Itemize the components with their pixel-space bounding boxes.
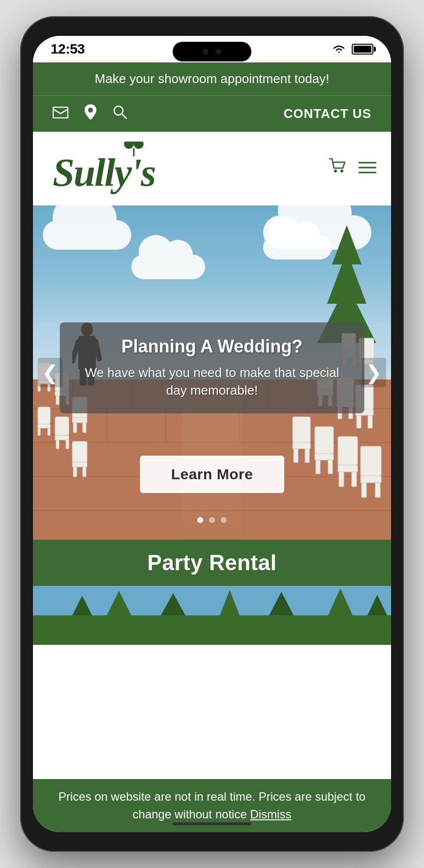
svg-rect-87 bbox=[352, 472, 357, 487]
status-time: 12:53 bbox=[51, 41, 85, 57]
slider-arrow-left[interactable]: ❮ bbox=[38, 358, 62, 387]
top-banner-text: Make your showroom appointment today! bbox=[95, 71, 330, 86]
home-indicator bbox=[173, 822, 251, 825]
hero-slider: Planning A Wedding? We have what you nee… bbox=[33, 205, 391, 540]
svg-rect-82 bbox=[316, 460, 320, 474]
nav-icons bbox=[53, 104, 127, 124]
phone-screen: 12:53 Make your showroom appointment tod… bbox=[33, 36, 391, 832]
phone-outer: 12:53 Make your showroom appointment tod… bbox=[20, 16, 404, 852]
svg-rect-44 bbox=[55, 417, 69, 435]
svg-rect-53 bbox=[72, 462, 87, 467]
battery-fill bbox=[354, 46, 371, 53]
contact-us-button[interactable]: CONTACT US bbox=[283, 106, 371, 121]
svg-rect-79 bbox=[305, 449, 309, 463]
battery-icon bbox=[352, 44, 373, 55]
svg-rect-46 bbox=[56, 440, 59, 449]
svg-rect-75 bbox=[368, 415, 372, 428]
svg-rect-88 bbox=[361, 446, 381, 476]
party-rental-title: Party Rental bbox=[148, 550, 277, 575]
svg-rect-78 bbox=[294, 449, 298, 463]
svg-rect-41 bbox=[38, 424, 50, 428]
svg-rect-91 bbox=[375, 483, 380, 497]
party-rental-section: Party Rental bbox=[33, 540, 391, 645]
island-dot-right bbox=[216, 49, 221, 54]
svg-point-5 bbox=[124, 142, 134, 149]
svg-rect-85 bbox=[338, 465, 358, 472]
svg-point-1 bbox=[88, 108, 93, 113]
svg-rect-52 bbox=[72, 441, 87, 462]
svg-rect-83 bbox=[328, 460, 333, 474]
svg-rect-51 bbox=[83, 423, 86, 433]
search-icon[interactable] bbox=[113, 105, 127, 123]
hero-overlay: Planning A Wedding? We have what you nee… bbox=[60, 322, 364, 413]
svg-rect-80 bbox=[315, 427, 333, 454]
svg-rect-54 bbox=[73, 467, 77, 477]
svg-rect-42 bbox=[38, 428, 40, 435]
island-dot-left bbox=[203, 49, 208, 54]
svg-rect-84 bbox=[338, 436, 358, 465]
logo-container: Sully's bbox=[48, 142, 176, 196]
slider-dot-2[interactable] bbox=[209, 517, 215, 523]
svg-rect-99 bbox=[33, 615, 391, 645]
status-icons bbox=[332, 44, 373, 55]
email-icon[interactable] bbox=[53, 106, 68, 122]
svg-rect-49 bbox=[72, 418, 87, 423]
hero-subtitle: We have what you need to make that speci… bbox=[75, 364, 350, 400]
header: Sully's bbox=[33, 132, 391, 205]
cart-icon[interactable] bbox=[329, 158, 347, 179]
hero-title: Planning A Wedding? bbox=[75, 336, 350, 357]
svg-point-6 bbox=[134, 142, 144, 149]
svg-rect-43 bbox=[48, 428, 50, 435]
nav-bar: CONTACT US bbox=[33, 95, 391, 132]
svg-text:Sully's: Sully's bbox=[53, 151, 155, 194]
slider-dot-1[interactable] bbox=[197, 517, 203, 523]
svg-rect-40 bbox=[38, 407, 50, 424]
cloud-1 bbox=[43, 220, 131, 250]
phone-frame: 12:53 Make your showroom appointment tod… bbox=[0, 0, 424, 868]
cloud-3 bbox=[131, 255, 205, 279]
svg-point-9 bbox=[334, 170, 337, 173]
header-actions bbox=[329, 158, 376, 179]
party-rental-image bbox=[33, 586, 391, 645]
wifi-icon bbox=[332, 44, 346, 54]
svg-rect-50 bbox=[73, 423, 77, 433]
svg-rect-86 bbox=[339, 472, 344, 487]
dismiss-link[interactable]: Dismiss bbox=[250, 808, 291, 821]
svg-rect-81 bbox=[315, 454, 333, 460]
svg-rect-74 bbox=[357, 415, 361, 428]
slider-arrow-right[interactable]: ❯ bbox=[362, 358, 386, 387]
svg-rect-0 bbox=[53, 107, 68, 118]
svg-line-3 bbox=[122, 114, 126, 118]
status-bar: 12:53 bbox=[33, 36, 391, 62]
party-rental-header: Party Rental bbox=[33, 540, 391, 586]
party-scene bbox=[33, 586, 391, 645]
learn-more-button[interactable]: Learn More bbox=[140, 456, 284, 493]
logo-svg: Sully's bbox=[48, 142, 176, 196]
svg-point-10 bbox=[340, 170, 343, 173]
svg-rect-45 bbox=[55, 435, 69, 440]
svg-rect-77 bbox=[293, 442, 310, 449]
notice-text: Prices on website are not in real time. … bbox=[59, 790, 365, 821]
slider-dots bbox=[197, 517, 227, 523]
dynamic-island bbox=[173, 42, 251, 61]
svg-rect-55 bbox=[83, 467, 86, 477]
top-banner: Make your showroom appointment today! bbox=[33, 62, 391, 95]
svg-rect-89 bbox=[361, 476, 381, 483]
slider-dot-3[interactable] bbox=[221, 517, 227, 523]
svg-rect-76 bbox=[293, 417, 310, 442]
svg-rect-47 bbox=[66, 440, 69, 449]
svg-rect-90 bbox=[362, 483, 366, 497]
location-icon[interactable] bbox=[84, 104, 97, 124]
svg-rect-38 bbox=[56, 396, 59, 405]
menu-icon[interactable] bbox=[359, 160, 376, 178]
